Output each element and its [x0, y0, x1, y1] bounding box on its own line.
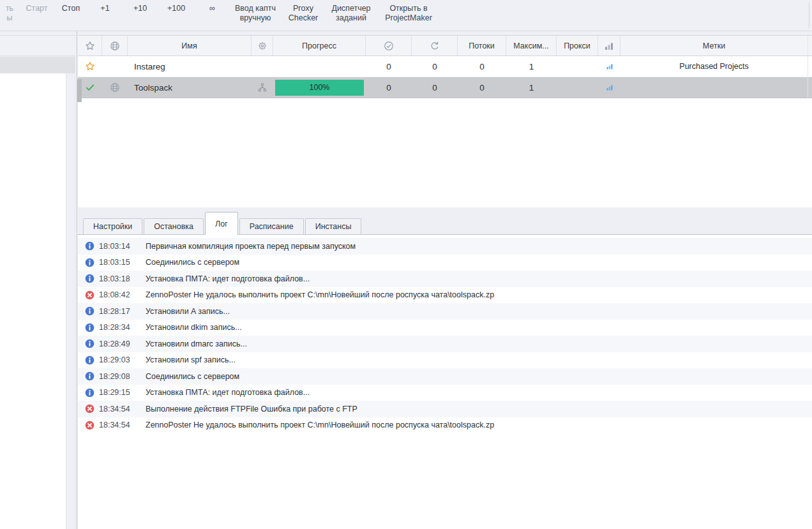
cell-progress	[273, 56, 366, 77]
tab-instances-label: Инстансы	[315, 222, 352, 231]
toolbar: тьыСтартСтоп+1+10+100∞Ввод каптчвручнуюP…	[0, 0, 812, 31]
cell-threads: 0	[458, 56, 506, 77]
threads-count: 0	[479, 83, 485, 93]
table-row-toolspack[interactable]: Toolspack100%0001	[78, 77, 812, 98]
log-entry[interactable]: 18:28:34Установили dkim запись...	[78, 320, 812, 336]
log-time: 18:28:34	[99, 323, 135, 332]
start-button-label: Старт	[19, 4, 54, 13]
column-header-threads[interactable]: Потоки	[458, 36, 506, 56]
tab-log[interactable]: Лог	[205, 212, 238, 235]
log-entry[interactable]: 18:03:18Установка ПМТА: идет подготовка …	[78, 271, 812, 287]
column-header-proxy[interactable]: Прокси	[557, 36, 598, 56]
max-threads: 1	[529, 62, 534, 71]
column-header-retries[interactable]	[412, 36, 458, 56]
log-message: Выполнение действия FTPFile Ошибка при р…	[146, 405, 357, 414]
projects-table-header: ИмяПрогрессПотокиМаксим...ПроксиМетки	[78, 35, 812, 56]
log-entry[interactable]: 18:28:49Установили dmarc запись...	[78, 336, 812, 352]
cell-stats	[598, 77, 620, 98]
log-entry[interactable]: 18:29:15Установка ПМТА: идет подготовка …	[78, 385, 812, 401]
tab-schedule[interactable]: Расписание	[239, 218, 304, 234]
cell-stats	[598, 56, 620, 77]
max-threads: 1	[529, 83, 534, 93]
column-header-name[interactable]: Имя	[128, 36, 252, 56]
info-icon	[85, 274, 94, 283]
log-message: Установка ПМТА: идет подготовка файлов..…	[146, 388, 310, 397]
start-button[interactable]: Старт	[19, 4, 54, 13]
cell-settings	[252, 77, 273, 98]
open-in-projectmaker-button[interactable]: Открыть вProjectMaker	[377, 4, 440, 23]
column-header-source[interactable]	[102, 36, 128, 56]
check-circle-icon	[384, 41, 394, 51]
add-projects-button[interactable]: тьы	[0, 4, 19, 23]
column-header-fav[interactable]	[78, 36, 102, 56]
column-header-max[interactable]: Максим...	[506, 36, 557, 56]
plus-1-button[interactable]: +1	[87, 4, 123, 13]
log-message: Установили dmarc запись...	[146, 339, 247, 348]
cell-source	[102, 77, 128, 98]
cell-success: 0	[366, 77, 412, 98]
log-time: 18:34:54	[99, 421, 135, 429]
add-projects-button-label: ть	[0, 4, 19, 13]
plus-1-button-label: +1	[87, 4, 123, 13]
cell-proxy	[557, 56, 598, 77]
group-list-selected-item[interactable]	[0, 57, 75, 73]
tab-stop[interactable]: Остановка	[144, 218, 204, 234]
tab-stop-label: Остановка	[154, 222, 193, 231]
column-header-max-label: Максим...	[513, 41, 548, 50]
column-header-stats[interactable]	[598, 36, 620, 56]
task-manager-button[interactable]: Диспетчерзаданий	[326, 4, 377, 23]
projects-table-body: Instareg0001Purchased ProjectsToolspack1…	[78, 56, 812, 98]
check-icon	[85, 82, 95, 93]
log-time: 18:03:15	[99, 258, 135, 267]
proxy-checker-button-label: Proxy	[281, 4, 326, 13]
cell-fav[interactable]	[78, 56, 102, 77]
project-name: Toolspack	[134, 83, 172, 93]
cell-name: Instareg	[128, 56, 252, 77]
open-in-projectmaker-button-label2: ProjectMaker	[377, 13, 440, 23]
info-icon	[85, 241, 94, 251]
log-message: Установка ПМТА: идет подготовка файлов..…	[146, 274, 310, 283]
column-header-name-label: Имя	[181, 41, 197, 50]
log-entry[interactable]: 18:28:17Установили A запись...	[78, 303, 812, 320]
panel-divider	[77, 31, 77, 529]
info-icon	[85, 323, 94, 332]
bars-icon	[606, 63, 613, 70]
log-message: Соединились с сервером	[146, 258, 239, 267]
log-entry[interactable]: 18:03:14Первичная компиляция проекта пер…	[78, 238, 812, 255]
log-entry[interactable]: 18:29:08Соединились с сервером	[78, 368, 812, 385]
cell-threads: 0	[458, 77, 506, 98]
error-icon	[85, 421, 94, 430]
log-message: Установили A запись...	[146, 307, 230, 316]
log-time: 18:34:54	[99, 405, 135, 414]
log-entry[interactable]: 18:08:42ZennoPoster Не удалось выполнить…	[78, 287, 812, 304]
plus-10-button[interactable]: +10	[123, 4, 158, 13]
stop-button[interactable]: Стоп	[54, 4, 87, 13]
task-manager-button-label2: заданий	[326, 13, 377, 23]
column-header-progress[interactable]: Прогресс	[273, 36, 366, 56]
retries-count: 0	[432, 83, 437, 93]
vertical-scrollbar-thumb[interactable]	[77, 79, 82, 102]
log-time: 18:03:18	[99, 274, 135, 283]
plus-100-button[interactable]: +100	[158, 4, 195, 13]
proxy-checker-button[interactable]: ProxyChecker	[281, 4, 326, 23]
log-entry[interactable]: 18:03:15Соединились с сервером	[78, 255, 812, 271]
stop-button-label: Стоп	[54, 4, 87, 13]
tab-settings[interactable]: Настройки	[83, 218, 142, 234]
panel-splitter[interactable]	[66, 73, 75, 529]
column-header-settings[interactable]	[252, 36, 273, 56]
infinity-button[interactable]: ∞	[195, 4, 230, 13]
log-message: Установили dkim запись...	[146, 323, 242, 332]
log-entry[interactable]: 18:34:54ZennoPoster Не удалось выполнить…	[78, 417, 812, 434]
cell-max: 1	[506, 77, 557, 98]
log-message: ZennoPoster Не удалось выполнить проект …	[146, 290, 494, 299]
table-row-instareg[interactable]: Instareg0001Purchased Projects	[78, 56, 812, 77]
add-projects-button-label2: ы	[0, 13, 19, 23]
log-entry[interactable]: 18:29:03Установили spf запись...	[78, 352, 812, 369]
project-name: Instareg	[134, 62, 165, 71]
log-entry[interactable]: 18:34:54Выполнение действия FTPFile Ошиб…	[78, 401, 812, 417]
tab-instances[interactable]: Инстансы	[305, 218, 362, 234]
info-icon	[85, 306, 94, 316]
column-header-success[interactable]	[366, 36, 412, 56]
manual-captcha-button[interactable]: Ввод каптчвручную	[230, 4, 281, 23]
column-header-labels[interactable]: Метки	[620, 36, 808, 56]
